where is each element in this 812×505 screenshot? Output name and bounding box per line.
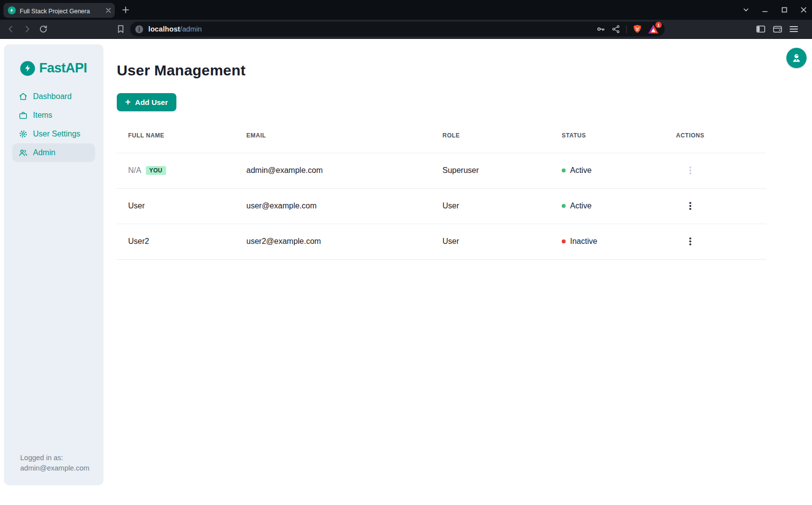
sidebar-item-label: User Settings [33, 130, 80, 138]
status-dot [562, 239, 566, 243]
back-icon[interactable] [5, 23, 17, 35]
table-row: N/AYOU admin@example.com Superuser Activ… [117, 153, 766, 188]
briefcase-icon [19, 111, 28, 120]
col-header-status: Status [550, 118, 665, 153]
you-badge: YOU [146, 166, 166, 175]
bookmark-icon[interactable] [117, 25, 125, 34]
users-table: Full Name Email Role Status Actions N/AY… [117, 118, 766, 260]
fastapi-logo-icon [20, 61, 35, 76]
divider [626, 25, 627, 34]
window-close-icon[interactable] [800, 6, 807, 13]
user-avatar-button[interactable] [786, 48, 807, 68]
logged-in-as: Logged in as: admin@example.com [20, 453, 89, 473]
user-email: user@example.com [235, 188, 431, 224]
main-content: User Management + Add User Full Name Ema… [117, 39, 766, 260]
user-role: User [431, 188, 550, 224]
home-icon [19, 92, 28, 101]
sidebar-item-user-settings[interactable]: User Settings [12, 125, 95, 143]
fastapi-favicon-icon [8, 6, 16, 14]
url-bar[interactable]: localhost/admin 1 [130, 22, 665, 36]
status-text: Active [570, 166, 592, 175]
share-icon[interactable] [611, 25, 620, 34]
status-text: Active [570, 202, 592, 210]
wallet-icon[interactable] [773, 25, 782, 34]
sidebar-item-items[interactable]: Items [12, 106, 95, 125]
col-header-role: Role [431, 118, 550, 153]
sidebar-item-dashboard[interactable]: Dashboard [12, 87, 95, 106]
sidebar-toggle-icon[interactable] [756, 25, 766, 34]
window-controls [743, 6, 812, 13]
sidebar-item-label: Items [33, 111, 52, 120]
user-role: User [431, 224, 550, 259]
user-email: admin@example.com [235, 153, 431, 188]
url-text: localhost/admin [148, 25, 202, 33]
gear-icon [19, 130, 28, 138]
user-email: user2@example.com [235, 224, 431, 259]
user-role: Superuser [431, 153, 550, 188]
password-key-icon[interactable] [596, 24, 606, 34]
users-icon [19, 148, 28, 157]
status-text: Inactive [570, 237, 597, 246]
row-actions-menu-icon[interactable] [684, 164, 696, 177]
browser-chrome: Full Stack Project Genera [0, 0, 812, 39]
brave-shields-icon[interactable] [633, 24, 642, 34]
row-actions-menu-icon[interactable] [684, 199, 696, 213]
user-full-name: User2 [128, 237, 149, 245]
sidebar-nav: Dashboard Items User Settings Admin [4, 87, 103, 162]
add-user-button[interactable]: + Add User [117, 93, 176, 111]
tab-search-chevron-icon[interactable] [743, 6, 749, 13]
tab-title: Full Stack Project Genera [20, 6, 102, 14]
app-page: FastAPI Dashboard Items User Settings [0, 39, 812, 505]
forward-icon[interactable] [21, 23, 33, 35]
sidebar-item-label: Admin [33, 148, 55, 157]
rewards-badge: 1 [655, 22, 662, 28]
status-dot [562, 168, 566, 172]
tab-bar: Full Stack Project Genera [0, 0, 812, 20]
status-dot [562, 204, 566, 208]
plus-icon: + [125, 97, 131, 106]
sidebar-item-admin[interactable]: Admin [12, 143, 95, 162]
table-header-row: Full Name Email Role Status Actions [117, 118, 766, 153]
window-maximize-icon[interactable] [781, 6, 788, 13]
window-minimize-icon[interactable] [762, 6, 769, 13]
menu-hamburger-icon[interactable] [789, 25, 798, 33]
brave-rewards-icon[interactable]: 1 [648, 24, 659, 34]
page-title: User Management [117, 62, 766, 79]
site-info-icon[interactable] [135, 25, 143, 34]
table-row: User2 user2@example.com User Inactive [117, 224, 766, 259]
sidebar: FastAPI Dashboard Items User Settings [4, 44, 103, 485]
browser-tab[interactable]: Full Stack Project Genera [3, 3, 115, 18]
tab-close-icon[interactable] [106, 8, 111, 13]
row-actions-menu-icon[interactable] [684, 235, 696, 248]
logged-in-email: admin@example.com [20, 463, 89, 473]
logged-in-label: Logged in as: [20, 453, 89, 463]
col-header-full-name: Full Name [117, 118, 235, 153]
app-logo: FastAPI [4, 61, 103, 76]
col-header-email: Email [235, 118, 431, 153]
user-full-name: N/A [128, 166, 141, 174]
new-tab-icon[interactable] [122, 6, 130, 14]
sidebar-item-label: Dashboard [33, 92, 71, 101]
reload-icon[interactable] [37, 23, 49, 35]
user-full-name: User [128, 202, 145, 210]
col-header-actions: Actions [665, 118, 766, 153]
logo-text: FastAPI [39, 61, 87, 76]
browser-toolbar: localhost/admin 1 [0, 20, 812, 39]
table-row: User user@example.com User Active [117, 188, 766, 224]
